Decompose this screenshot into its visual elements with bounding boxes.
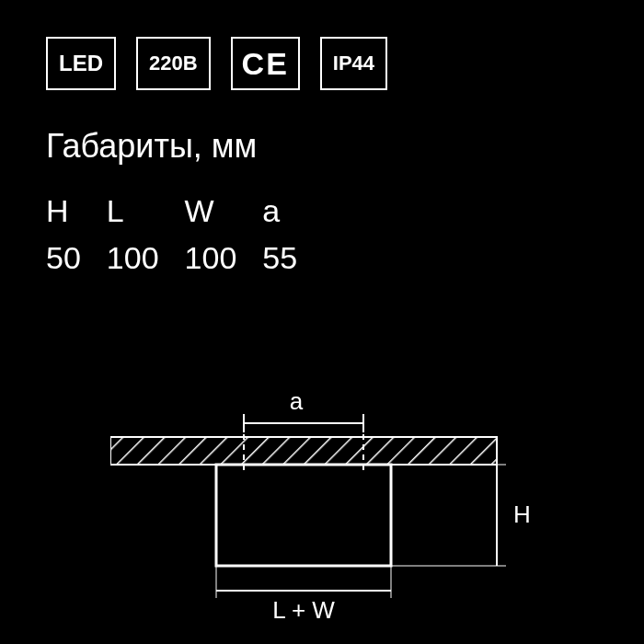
val-w: 100 — [185, 235, 263, 276]
dimensions-title: Габариты, мм — [46, 127, 598, 166]
badge-row: LED 220В CE IP44 — [46, 37, 598, 90]
badge-led: LED — [46, 37, 116, 90]
dimensions-table: H L W a 50 100 100 55 — [46, 193, 323, 276]
label-a: a — [290, 387, 304, 415]
badge-ip: IP44 — [320, 37, 387, 90]
col-a: a — [262, 193, 323, 235]
table-header-row: H L W a — [46, 193, 323, 235]
svg-rect-2 — [216, 465, 391, 566]
table-value-row: 50 100 100 55 — [46, 235, 323, 276]
label-h: H — [513, 500, 531, 528]
badge-voltage: 220В — [136, 37, 211, 90]
val-a: 55 — [262, 235, 323, 276]
col-h: H — [46, 193, 107, 235]
val-h: 50 — [46, 235, 107, 276]
badge-ce: CE — [231, 37, 300, 90]
svg-rect-1 — [110, 437, 497, 465]
col-l: L — [107, 193, 185, 235]
col-w: W — [185, 193, 263, 235]
label-lw: L + W — [272, 596, 335, 624]
dimension-diagram: a H L + W — [110, 386, 534, 626]
spec-sheet: LED 220В CE IP44 Габариты, мм H L W a 50… — [0, 0, 644, 644]
val-l: 100 — [107, 235, 185, 276]
